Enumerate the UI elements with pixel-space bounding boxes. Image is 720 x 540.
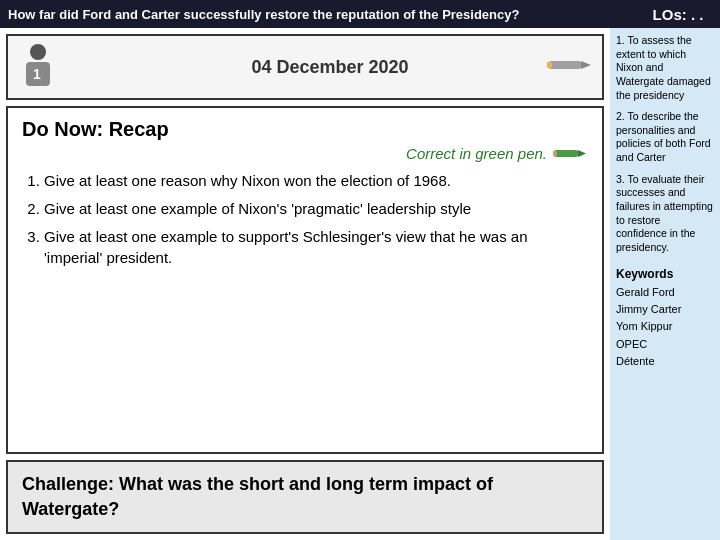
sidebar: 1. To assess the extent to which Nixon a… <box>610 28 720 540</box>
green-pencil-icon <box>553 146 588 162</box>
page-title: How far did Ford and Carter successfully… <box>0 0 640 28</box>
challenge-box: Challenge: What was the short and long t… <box>6 460 604 534</box>
lo-item-1: 1. To assess the extent to which Nixon a… <box>616 34 714 102</box>
do-now-items: Give at least one reason why Nixon won t… <box>22 170 588 269</box>
keyword-gerald-ford: Gerald Ford <box>616 285 714 299</box>
svg-point-0 <box>30 44 46 60</box>
challenge-text: Challenge: What was the short and long t… <box>22 472 588 522</box>
lo-item-3: 3. To evaluate their successes and failu… <box>616 173 714 255</box>
keyword-opec: OPEC <box>616 337 714 351</box>
keywords-title: Keywords <box>616 267 714 281</box>
main-content: 1 04 December 2020 Do Now: Recap Correct… <box>0 28 610 540</box>
svg-marker-4 <box>581 61 591 69</box>
svg-rect-8 <box>553 151 557 156</box>
date-section: 1 04 December 2020 <box>6 34 604 100</box>
keyword-jimmy-carter: Jimmy Carter <box>616 302 714 316</box>
date-display: 04 December 2020 <box>68 57 592 78</box>
correct-instruction: Correct in green pen. <box>22 145 588 162</box>
los-header-label: LOs: . . <box>640 6 720 23</box>
keyword-detente: Détente <box>616 354 714 368</box>
svg-rect-3 <box>549 61 581 69</box>
do-now-title: Do Now: Recap <box>22 118 588 141</box>
svg-rect-6 <box>554 150 578 157</box>
svg-text:1: 1 <box>33 66 41 82</box>
pencil-icon <box>547 54 592 80</box>
svg-marker-7 <box>578 150 586 157</box>
student-icon: 1 <box>18 42 58 92</box>
do-now-box: Do Now: Recap Correct in green pen. Give… <box>6 106 604 454</box>
keyword-yom-kippur: Yom Kippur <box>616 319 714 333</box>
svg-rect-5 <box>547 62 552 68</box>
lo-item-2: 2. To describe the personalities and pol… <box>616 110 714 165</box>
do-now-item-3: Give at least one example to support's S… <box>44 226 588 270</box>
do-now-item-2: Give at least one example of Nixon's 'pr… <box>44 198 588 220</box>
do-now-item-1: Give at least one reason why Nixon won t… <box>44 170 588 192</box>
